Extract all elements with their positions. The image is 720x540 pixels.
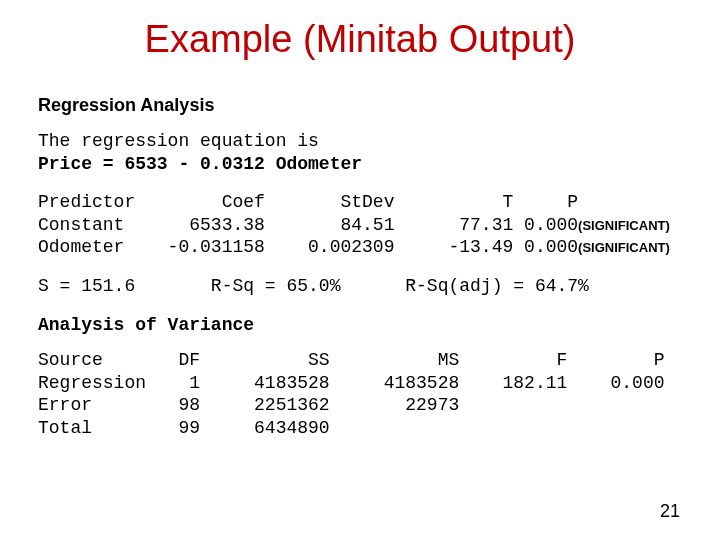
equation-line-1: The regression equation is [38, 130, 682, 153]
page-number: 21 [660, 501, 680, 522]
anova-table: Source DF SS MS F PRegression 1 4183528 … [38, 349, 682, 439]
section-heading-regression: Regression Analysis [38, 95, 682, 116]
coef-header: Predictor Coef StDev T P [38, 191, 682, 214]
equation-block: The regression equation isPrice = 6533 -… [38, 130, 682, 175]
coef-row-odometer: Odometer -0.031158 0.002309 -13.49 0.000… [38, 236, 682, 259]
significant-badge: (SIGNIFICANT) [578, 240, 670, 255]
slide: Example (Minitab Output) Regression Anal… [0, 0, 720, 540]
coef-row-constant: Constant 6533.38 84.51 77.31 0.000(SIGNI… [38, 214, 682, 237]
significant-badge: (SIGNIFICANT) [578, 218, 670, 233]
anova-row-regression: Regression 1 4183528 4183528 182.11 0.00… [38, 372, 682, 395]
slide-title: Example (Minitab Output) [38, 18, 682, 61]
anova-row-error: Error 98 2251362 22973 [38, 394, 682, 417]
anova-row-total: Total 99 6434890 [38, 417, 682, 440]
fit-stats-line: S = 151.6 R-Sq = 65.0% R-Sq(adj) = 64.7% [38, 275, 682, 298]
section-heading-anova: Analysis of Variance [38, 315, 682, 335]
coef-row-odometer-values: Odometer -0.031158 0.002309 -13.49 0.000 [38, 237, 578, 257]
coef-table: Predictor Coef StDev T PConstant 6533.38… [38, 191, 682, 259]
coef-row-constant-values: Constant 6533.38 84.51 77.31 0.000 [38, 215, 578, 235]
equation-line-2: Price = 6533 - 0.0312 Odometer [38, 153, 682, 176]
anova-header: Source DF SS MS F P [38, 349, 682, 372]
